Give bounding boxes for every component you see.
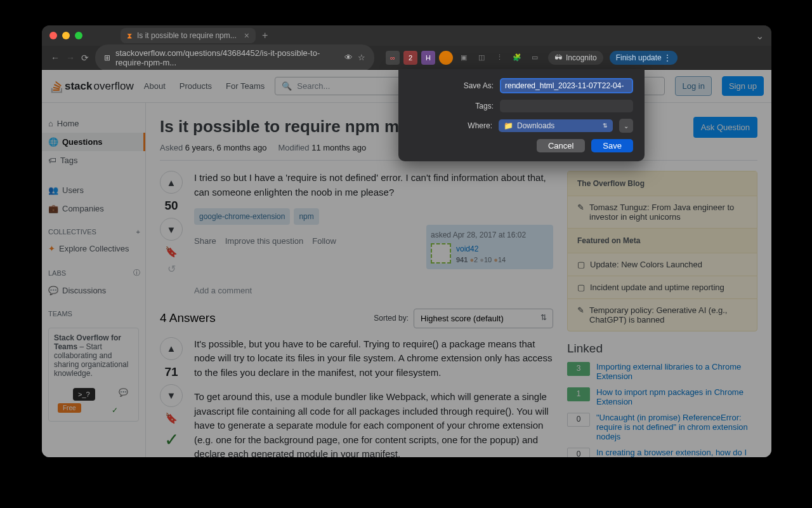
sidebar-label: Companies (62, 204, 104, 213)
nav-teams[interactable]: For Teams (226, 81, 265, 91)
history-icon[interactable]: ↺ (167, 263, 176, 275)
downvote-button[interactable]: ▼ (160, 384, 183, 407)
user-avatar[interactable] (431, 243, 451, 264)
linked-item: 3Importing external libraries to a Chrom… (567, 362, 757, 381)
sort-control: Sorted by: Highest score (default) (374, 309, 553, 328)
minimize-window-button[interactable] (62, 32, 70, 39)
sidebar-label: Explore Collectives (59, 244, 129, 253)
sidebar-item-home[interactable]: ⌂Home (42, 114, 145, 133)
bookmark-icon[interactable]: 🔖 (165, 412, 178, 424)
ext-icon-3[interactable]: H (421, 51, 435, 65)
site-settings-icon[interactable]: ⊞ (104, 53, 110, 62)
back-button[interactable]: ← (51, 53, 60, 63)
address-bar[interactable]: ⊞ stackoverflow.com/questions/43684452/i… (95, 44, 374, 71)
linked-score: 0 (567, 413, 590, 427)
expand-button[interactable]: ⌄ (619, 119, 633, 133)
ext-icon-9[interactable]: ▭ (528, 51, 542, 65)
info-icon[interactable]: ⓘ (133, 268, 140, 277)
free-badge: Free (58, 403, 81, 413)
upvote-button[interactable]: ▲ (160, 171, 183, 194)
tab-dropdown-icon[interactable]: ⌄ (756, 30, 764, 42)
linked-link[interactable]: How to import npm packages in Chrome Ext… (596, 387, 757, 406)
linked-item: 0In creating a browser extension, how do… (567, 448, 757, 457)
login-button[interactable]: Log in (675, 76, 711, 96)
sort-select[interactable]: Highest score (default) (414, 309, 553, 328)
collectives-header: COLLECTIVES+ (42, 218, 145, 239)
browser-tab[interactable]: ⧗ Is it possible to require npm... × (121, 28, 256, 43)
signup-button[interactable]: Sign up (722, 76, 764, 96)
ext-icon-5[interactable]: ▣ (457, 51, 471, 65)
ext-icon-6[interactable]: ◫ (475, 51, 488, 65)
tag[interactable]: npm (294, 208, 318, 225)
tag[interactable]: google-chrome-extension (194, 208, 290, 225)
url-text: stackoverflow.com/questions/43684452/is-… (115, 48, 339, 67)
browser-window: ⧗ Is it possible to require npm... × + ⌄… (42, 25, 771, 457)
bookmark-icon[interactable]: 🔖 (165, 246, 178, 258)
sidebar-item-discussions[interactable]: 💬Discussions (42, 281, 145, 300)
sidebar-item-questions[interactable]: 🌐Questions (42, 133, 145, 151)
linked-link[interactable]: "Uncaught (in promise) ReferenceError: r… (596, 413, 757, 441)
question-tags: google-chrome-extension npm (194, 208, 553, 225)
ask-question-button[interactable]: Ask Question (693, 117, 757, 138)
question-body: I tried so but I have a 'require is not … (194, 171, 553, 297)
rep-score: 941 (456, 256, 468, 264)
close-window-button[interactable] (49, 32, 57, 39)
blog-item[interactable]: ✎Tomasz Tunguz: From Java engineer to in… (568, 196, 757, 229)
reload-button[interactable]: ⟳ (81, 53, 89, 63)
where-select[interactable]: 📁 Downloads ⇅ (499, 119, 613, 132)
sidebar-item-users[interactable]: 👥Users (42, 181, 145, 199)
ext-icon-2[interactable]: 2 (403, 51, 417, 65)
meta-item[interactable]: ▢Update: New Colors Launched (568, 253, 757, 276)
nav-products[interactable]: Products (180, 81, 212, 91)
sidebar-item-explore[interactable]: ✦Explore Collectives (42, 239, 145, 258)
bronze: 14 (498, 256, 506, 264)
bookmark-icon[interactable]: ☆ (358, 53, 365, 62)
plus-icon[interactable]: + (136, 228, 140, 236)
linked-score: 3 (567, 362, 590, 376)
sort-label: Sorted by: (374, 314, 409, 323)
finish-update-button[interactable]: Finish update ⋮ (610, 51, 678, 65)
downvote-button[interactable]: ▼ (160, 218, 183, 241)
meta-icon: ▢ (577, 260, 585, 269)
primary-nav: About Products For Teams (144, 81, 265, 91)
improve-link[interactable]: Improve this question (225, 235, 304, 248)
save-as-label: Save As: (464, 81, 494, 90)
meta-item[interactable]: ✎Temporary policy: Generative AI (e.g., … (568, 299, 757, 331)
tab-close-icon[interactable]: × (244, 30, 249, 41)
follow-link[interactable]: Follow (312, 235, 336, 248)
cancel-button[interactable]: Cancel (537, 139, 585, 152)
blog-header: The Overflow Blog (568, 171, 757, 196)
tags-input[interactable] (500, 100, 633, 112)
ext-icon-1[interactable]: ∞ (386, 51, 400, 65)
tab-favicon: ⧗ (127, 31, 132, 40)
new-tab-button[interactable]: + (262, 30, 268, 41)
forward-button[interactable]: → (66, 53, 75, 63)
meta-icon: ✎ (577, 305, 584, 324)
sidebar-item-companies[interactable]: 💼Companies (42, 199, 145, 218)
linked-link[interactable]: Importing external libraries to a Chrome… (596, 362, 757, 381)
vote-count: 50 (164, 199, 178, 213)
right-sidebar: The Overflow Blog ✎Tomasz Tunguz: From J… (567, 171, 757, 457)
meta-text: Incident update and uptime reporting (590, 283, 724, 292)
hide-icon[interactable]: 👁 (344, 53, 353, 62)
share-link[interactable]: Share (194, 235, 216, 248)
maximize-window-button[interactable] (75, 32, 82, 39)
owner-name[interactable]: void42 (456, 243, 506, 255)
asked-label: Asked (160, 143, 183, 152)
meta-item[interactable]: ▢Incident update and uptime reporting (568, 276, 757, 299)
linked-link[interactable]: In creating a browser extension, how do … (596, 448, 757, 457)
question-post: ▲ 50 ▼ 🔖 ↺ I tried so but I have a 'requ… (160, 171, 553, 297)
where-value: Downloads (517, 121, 554, 130)
so-logo[interactable]: stackoverflow (49, 79, 134, 93)
add-comment-link[interactable]: Add a comment (194, 278, 553, 297)
meta-text: Temporary policy: Generative AI (e.g., C… (589, 305, 747, 324)
browser-toolbar: ← → ⟳ ⊞ stackoverflow.com/questions/4368… (42, 46, 771, 70)
ext-icon-7[interactable]: ⋮ (492, 51, 506, 65)
sidebar-item-tags[interactable]: 🏷Tags (42, 151, 145, 170)
upvote-button[interactable]: ▲ (160, 337, 183, 360)
nav-about[interactable]: About (144, 81, 166, 91)
ext-icon-4[interactable] (439, 51, 453, 65)
ext-icon-8[interactable]: 🧩 (510, 51, 524, 65)
save-as-input[interactable] (500, 78, 633, 93)
save-button[interactable]: Save (591, 139, 633, 152)
